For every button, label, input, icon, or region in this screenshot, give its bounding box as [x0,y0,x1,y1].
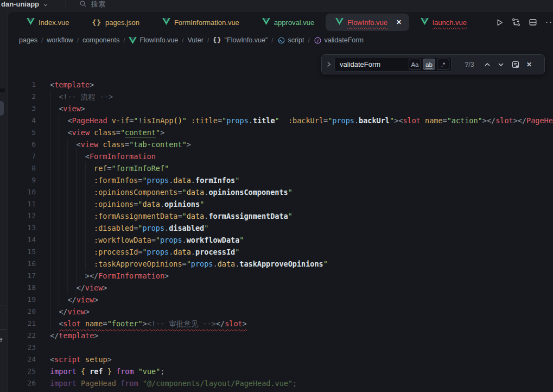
find-input-box: Aa ab .* [334,57,452,72]
match-case-button[interactable]: Aa [409,59,421,70]
previous-match-button[interactable] [484,62,491,67]
tab-flowinfo-vue[interactable]: FlowInfo.vue✕ [326,14,409,31]
indent-guides [50,162,94,174]
tab-index-vue[interactable]: Index.vue [15,12,80,33]
code-line-5[interactable]: 5<view class="content"> [8,127,553,138]
panel-handle[interactable] [0,101,4,116]
next-match-button[interactable] [498,62,504,67]
regex-button[interactable]: .* [437,59,449,70]
code-line-9[interactable]: 9:formInfos="props.data.formInfos" [8,174,553,186]
breadcrumb-item-components[interactable]: components [82,36,119,44]
chevron-down-icon [43,0,48,9]
code-line-4[interactable]: 4<PageHead v-if="!isInApp()" :title="pro… [8,115,553,127]
tab-label: approval.vue [274,18,314,27]
line-number: 13 [8,222,36,234]
line-number: 2 [8,91,36,103]
tab-pages-json[interactable]: {}pages.json [80,12,151,33]
indent-guides [50,210,94,222]
code-line-14[interactable]: 14:workflowData="props.workflowData" [8,234,553,246]
breadcrumb-separator: / [304,37,313,43]
line-number: 24 [8,353,36,365]
line-tokens: <script setup> [50,353,112,365]
breadcrumb-item-pages[interactable]: pages [19,36,37,44]
line-tokens: </template> [50,330,98,342]
code-line-22[interactable]: 22</template> [8,330,553,342]
code-line-1[interactable]: 1<template> [8,79,553,91]
code-line-26[interactable]: 26import PageHead from "@/components/lay… [8,377,553,389]
find-input[interactable] [340,60,407,68]
tab-forminformation-vue[interactable]: FormInformation.vue [151,12,251,33]
line-number: 12 [8,210,36,222]
code-line-2[interactable]: 2<!-- 流程 --> [8,91,553,103]
toggle-replace-icon[interactable] [323,61,333,68]
code-line-25[interactable]: 25import { ref } from "vue"; [8,365,553,377]
code-line-8[interactable]: 8ref="formInfoRef" [8,162,553,174]
code-line-6[interactable]: 6<view class="tab-content"> [8,138,553,150]
breadcrumb-separator: / [37,37,47,43]
code-line-13[interactable]: 13:disabled="props.disabled" [8,222,553,234]
code-line-16[interactable]: 16:taskApproveOpinions="props.data.taskA… [8,258,553,270]
line-content: <PageHead v-if="!isInApp()" :title="prop… [50,115,553,127]
tab-label: pages.json [105,18,139,27]
line-content: :opinionsComponents="data.opinionsCompon… [50,186,293,198]
line-tokens: <view class="content"> [67,127,164,138]
code-line-10[interactable]: 10:opinionsComponents="data.opinionsComp… [8,186,553,198]
code-editor[interactable]: 1<template>2<!-- 流程 -->3<view>4<PageHead… [8,48,553,389]
line-content: </view> [50,282,107,294]
code-line-7[interactable]: 7<FormInformation [8,150,553,162]
breadcrumb-label: components [82,36,119,44]
tab-label: FlowInfo.vue [347,18,387,27]
indent-guides [50,186,94,198]
code-line-11[interactable]: 11:opinions="data.opinions" [8,198,553,210]
whole-word-button[interactable]: ab [423,59,435,70]
line-content: :formInfos="props.data.formInfos" [50,174,239,186]
vue-file-icon [262,18,270,27]
line-tokens: :formAssignmentData="data.formAssignment… [94,210,293,222]
project-switcher[interactable]: dan-uniapp [0,0,48,9]
code-line-20[interactable]: 20</view> [8,306,553,318]
code-line-3[interactable]: 3<view> [8,103,553,115]
breadcrumb-item-flowinfovue[interactable]: FlowInfo.vue [129,36,178,44]
indent-guides [50,222,94,234]
line-tokens: :opinions="data.opinions" [94,198,204,210]
line-tokens: :formInfos="props.data.formInfos" [94,174,239,186]
code-line-15[interactable]: 15:processId="props.data.processId" [8,246,553,258]
breadcrumb: pages/workflow/components/FlowInfo.vue/V… [8,33,553,48]
code-line-12[interactable]: 12:formAssignmentData="data.formAssignme… [8,210,553,222]
vue-file-icon [162,18,170,27]
breadcrumb-item-flowinfovue[interactable]: {}"FlowInfo.vue" [213,36,268,44]
line-content: :taskApproveOpinions="props.data.taskApp… [50,258,328,270]
breadcrumb-item-validateform[interactable]: fvalidateForm [314,36,364,45]
breadcrumb-item-workflow[interactable]: workflow [47,36,73,44]
close-find-button[interactable]: ✕ [526,61,532,68]
code-line-18[interactable]: 18</view> [8,282,553,294]
line-content: <view class="tab-content"> [50,138,191,150]
method-icon: f [314,36,322,45]
more-actions-icon[interactable]: ··· [545,17,553,26]
line-number: 23 [8,342,36,353]
line-content: ></FormInformation> [50,270,169,282]
compare-changes-icon[interactable] [512,18,520,27]
code-line-19[interactable]: 19</view> [8,294,553,306]
global-search[interactable]: 搜索 [79,0,105,9]
code-line-17[interactable]: 17></FormInformation> [8,270,553,282]
run-button[interactable] [495,18,504,27]
tab-approval-vue[interactable]: approval.vue [251,12,326,33]
breadcrumb-item-vuter[interactable]: Vuter [187,36,203,44]
code-line-23[interactable]: 23 [8,342,553,353]
tab-launch-vue[interactable]: launch.vue [409,12,478,33]
line-content: <!-- 流程 --> [50,91,113,103]
breadcrumb-item-script[interactable]: script [277,36,304,45]
split-editor-icon[interactable] [529,18,537,27]
close-tab-icon[interactable]: ✕ [396,18,402,26]
panel-divider [0,330,6,330]
code-line-21[interactable]: 21<slot name="footer"><!-- 审批意见 --></slo… [8,318,553,330]
code-line-24[interactable]: 24<script setup> [8,353,553,365]
panel-fragment [0,88,5,92]
indent-guides [50,91,59,103]
indent-guides [50,174,94,186]
line-content: :workflowData="props.workflowData" [50,234,244,246]
match-count: ?/3 [460,61,479,68]
json-file-icon: {} [92,18,101,27]
find-in-selection-button[interactable] [511,60,520,69]
